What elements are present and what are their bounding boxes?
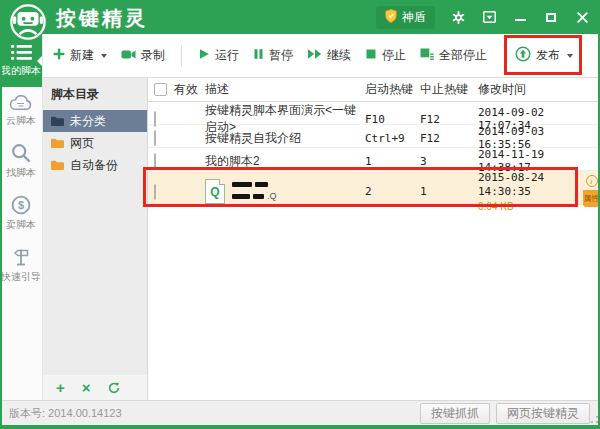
add-folder-icon[interactable]: + [56, 380, 65, 395]
version-text: 版本号: 2014.00.14123 [9, 406, 122, 421]
run-button[interactable]: 运行 [196, 44, 241, 67]
key-capture-button[interactable]: 按键抓抓 [420, 403, 490, 424]
guide-signpost-icon [12, 247, 30, 267]
script-description: 按键精灵自我介绍 [205, 130, 365, 147]
folder-icon [51, 160, 64, 170]
record-button[interactable]: 录制 [119, 44, 167, 67]
row-checkbox[interactable] [154, 111, 156, 127]
stop-icon [365, 48, 377, 63]
col-valid: 有效 [174, 81, 198, 98]
folder-label: 未分类 [70, 113, 106, 130]
video-camera-icon [121, 49, 136, 63]
stop-all-icon [420, 48, 434, 63]
statusbar: 版本号: 2014.00.14123 按键抓抓 网页按键精灵 [0, 400, 600, 425]
stop-button[interactable]: 停止 [363, 44, 408, 67]
start-hotkey: 2 [365, 185, 420, 198]
folder-item-auto-backup[interactable]: 自动备份 [43, 154, 147, 176]
close-icon[interactable] [574, 9, 590, 25]
settings-gear-icon[interactable] [450, 9, 466, 25]
publish-button-wrap: 发布 [513, 43, 575, 68]
abort-hotkey: 3 [420, 155, 478, 168]
shield-badge[interactable]: 神盾 [376, 6, 435, 29]
dropdown-caret-icon [101, 54, 107, 58]
folder-label: 自动备份 [70, 157, 118, 174]
stop-all-button[interactable]: 全部停止 [418, 44, 489, 67]
row-checkbox[interactable] [154, 153, 156, 169]
row-checkbox[interactable] [154, 130, 156, 146]
table-row-1[interactable]: 按键精灵脚本界面演示<一键启动> F10 F12 2014-09-02 17:0… [148, 102, 600, 125]
play-icon [198, 48, 210, 63]
stop-label: 停止 [382, 47, 406, 64]
nav-item-cloud-scripts[interactable]: 云脚本 [0, 87, 42, 135]
fast-forward-icon [307, 48, 322, 63]
delete-folder-icon[interactable]: × [82, 380, 91, 395]
abort-hotkey: 1 [420, 185, 478, 198]
minimize-icon[interactable] [512, 9, 528, 25]
nav-item-sell-scripts[interactable]: $ 卖脚本 [0, 187, 42, 239]
table-header: 有效 描述 启动热键 中止热键 修改时间 [148, 78, 600, 102]
start-hotkey: 1 [365, 155, 420, 168]
pause-icon [253, 48, 264, 63]
row-checkbox[interactable] [154, 184, 156, 200]
window-frame-left [0, 34, 2, 425]
minimize-to-tray-icon[interactable] [481, 9, 497, 25]
redacted-script-name: .Q [232, 182, 277, 201]
dropdown-caret-icon [567, 54, 573, 58]
pause-button[interactable]: 暂停 [251, 44, 295, 67]
script-name-suffix: .Q [267, 191, 277, 201]
refresh-icon[interactable] [108, 382, 120, 394]
nav-label-cloud-scripts: 云脚本 [6, 114, 36, 128]
search-icon [11, 143, 31, 163]
start-hotkey: Ctrl+9 [365, 132, 420, 145]
shield-icon [385, 9, 397, 26]
titlebar-controls: 神盾 [376, 0, 590, 34]
maximize-icon[interactable] [543, 9, 559, 25]
new-script-label: 新建 [70, 47, 94, 64]
folder-item-uncategorized[interactable]: 未分类 [43, 110, 147, 132]
publish-button[interactable]: 发布 [513, 43, 575, 68]
col-description: 描述 [205, 81, 365, 98]
nav-label-my-scripts: 我的脚本 [1, 64, 41, 78]
nav-item-find-scripts[interactable]: 找脚本 [0, 135, 42, 187]
toolbar-separator [181, 46, 182, 66]
folder-icon [51, 138, 64, 148]
col-start-hotkey: 启动热键 [365, 81, 420, 98]
table-row-3[interactable]: 我的脚本2 1 3 2014-11-19 14:38:17 [148, 148, 600, 171]
col-abort-hotkey: 中止热键 [420, 81, 478, 98]
publish-circle-arrow-icon [515, 46, 531, 65]
web-quickmacro-button[interactable]: 网页按键精灵 [496, 403, 590, 424]
table-row-4-selected[interactable]: Q .Q 2 1 2015-08-24 14:30:35 0.64 KB [148, 171, 600, 205]
record-label: 录制 [141, 47, 165, 64]
pause-label: 暂停 [269, 47, 293, 64]
info-icon: i [586, 175, 598, 187]
col-modified: 修改时间 [478, 81, 600, 98]
run-label: 运行 [215, 47, 239, 64]
toolbar: 新建 录制 运行 暂停 继续 [43, 34, 600, 78]
robot-logo-icon [8, 2, 48, 42]
shield-badge-label: 神盾 [402, 9, 426, 26]
q-script-file-icon: Q [205, 179, 225, 204]
window-frame-bottom [0, 425, 600, 429]
folder-icon [51, 116, 64, 126]
new-script-button[interactable]: 新建 [51, 44, 109, 67]
start-hotkey: F10 [365, 113, 420, 126]
abort-hotkey: F12 [420, 132, 478, 145]
select-all-checkbox[interactable] [154, 83, 167, 96]
file-size: 0.64 KB [478, 200, 600, 213]
nav-label-sell-scripts: 卖脚本 [6, 218, 36, 232]
abort-hotkey: F12 [420, 113, 478, 126]
directory-header: 脚本目录 [43, 78, 147, 110]
nav-item-quick-guide[interactable]: 快速引导 [0, 239, 42, 291]
folder-label: 网页 [70, 135, 94, 152]
folder-item-webpage[interactable]: 网页 [43, 132, 147, 154]
nav-label-find-scripts: 找脚本 [6, 166, 36, 180]
left-nav-rail: 我的脚本 云脚本 找脚本 [0, 34, 43, 400]
resize-grip[interactable] [591, 416, 598, 423]
titlebar: 按键精灵 神盾 [0, 0, 600, 34]
continue-button[interactable]: 继续 [305, 44, 353, 67]
publish-label: 发布 [536, 47, 560, 64]
app-title: 按键精灵 [56, 5, 148, 32]
dollar-circle-icon: $ [11, 195, 31, 215]
cloud-icon [9, 95, 33, 111]
statusbar-buttons: 按键抓抓 网页按键精灵 [420, 403, 590, 424]
